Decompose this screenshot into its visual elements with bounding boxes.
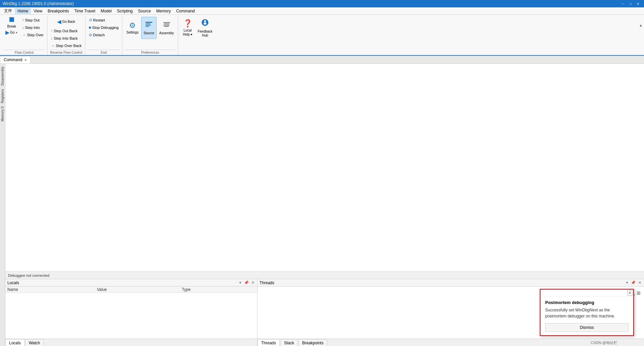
menu-memory[interactable]: Memory <box>154 8 173 14</box>
stop-label: Stop Debugging <box>92 26 119 30</box>
stack-tab[interactable]: Stack <box>280 339 298 346</box>
locals-panel-content: Name Value Type <box>5 287 257 339</box>
step-out-label: Step Out <box>25 18 39 22</box>
svg-rect-10 <box>204 23 206 25</box>
close-button[interactable]: ✕ <box>635 1 641 6</box>
restart-icon: ↺ <box>89 18 92 23</box>
svg-rect-5 <box>164 24 169 24</box>
threads-panel-close[interactable]: ✕ <box>638 280 642 285</box>
menu-home[interactable]: Home <box>15 8 31 14</box>
locals-panel: Locals ▾ 📌 ✕ Name Value <box>5 279 257 346</box>
help-buttons: ❓ LocalHelp ▾ FeedbackHub <box>180 16 214 55</box>
step-into-button[interactable]: ↓ Step Into <box>21 24 45 31</box>
postmortem-body: Postmortem debugging Successfully set Wi… <box>540 297 633 335</box>
go-button[interactable]: ▶ Go ▼ <box>3 28 20 38</box>
command-tab[interactable]: Command ✕ <box>0 56 31 63</box>
csdn-badge: CSDN @地址栏 <box>591 340 617 345</box>
detach-button[interactable]: ⊘ Detach <box>87 32 120 38</box>
locals-panel-dropdown[interactable]: ▾ <box>239 280 242 285</box>
step-into-label: Step Into <box>25 26 40 30</box>
svg-rect-0 <box>146 22 152 23</box>
step-out-icon: ↑ <box>22 18 24 23</box>
menu-timetravel[interactable]: Time Travel <box>72 8 98 14</box>
menu-command[interactable]: Command <box>173 8 197 14</box>
svg-rect-3 <box>146 26 149 27</box>
feedback-hub-button[interactable]: FeedbackHub <box>196 17 214 39</box>
go-icon: ▶ <box>5 29 9 36</box>
feedback-hub-icon <box>201 18 209 29</box>
locals-tab-bar: Locals Watch <box>5 339 257 346</box>
feedback-hub-label: FeedbackHub <box>198 30 212 38</box>
restart-button[interactable]: ↺ Restart <box>87 17 120 24</box>
step-over-back-button[interactable]: → Step Over Back <box>49 42 83 49</box>
threads-panel-pin[interactable]: 📌 <box>630 280 636 285</box>
postmortem-close-button[interactable]: ✕ <box>627 290 633 296</box>
left-sidebar: Disassembly Registers Memory 0 <box>0 64 5 346</box>
go-back-button[interactable]: ◀ Go Back <box>49 17 83 27</box>
preferences-group: ⚙ Settings Source <box>122 16 178 55</box>
locals-tab[interactable]: Locals <box>5 339 25 346</box>
menu-view[interactable]: View <box>31 8 45 14</box>
flow-control-label: Flow Control <box>3 50 45 55</box>
apps-icon: ⊞ <box>637 290 641 296</box>
status-message: Debuggee not connected <box>8 273 49 277</box>
ribbon: ⏹ Break ▶ Go ▼ ↑ Step Out <box>0 15 644 56</box>
settings-label: Settings <box>126 31 138 35</box>
ribbon-collapse-button[interactable]: ▲ <box>639 23 643 27</box>
menu-bar: 文件 Home View Breakpoints Time Travel Mod… <box>0 7 644 15</box>
end-label: End <box>87 50 120 55</box>
menu-model[interactable]: Model <box>98 8 114 14</box>
stop-icon: ■ <box>89 25 91 30</box>
minimize-button[interactable]: ─ <box>620 1 627 6</box>
step-into-back-icon: ↓ <box>51 36 53 41</box>
command-tab-close[interactable]: ✕ <box>24 58 27 62</box>
flow-control-buttons: ⏹ Break ▶ Go ▼ ↑ Step Out <box>3 16 45 50</box>
window-controls: ─ □ ✕ <box>620 1 641 6</box>
step-out-back-icon: ↑ <box>51 29 53 33</box>
breakpoints-tab[interactable]: Breakpoints <box>298 339 327 346</box>
menu-file[interactable]: 文件 <box>1 7 15 14</box>
menu-scripting[interactable]: Scripting <box>114 8 135 14</box>
svg-rect-6 <box>163 25 169 26</box>
assembly-button[interactable]: Assembly <box>157 17 176 39</box>
threads-panel-controls: ▾ 📌 ✕ <box>626 280 642 285</box>
sidebar-disassembly[interactable]: Disassembly <box>0 65 5 87</box>
step-column: ↑ Step Out ↓ Step Into → Step Over <box>21 17 45 38</box>
app-container: WinDbg 1.2206.19001.0 (Administrator) ─ … <box>0 0 644 346</box>
go-dropdown-arrow[interactable]: ▼ <box>15 31 18 34</box>
source-icon <box>145 21 153 31</box>
break-button[interactable]: ⏹ Break <box>3 17 20 27</box>
threads-tab-bar: Threads Stack Breakpoints <box>257 339 644 346</box>
locals-panel-close[interactable]: ✕ <box>251 280 255 285</box>
preferences-buttons: ⚙ Settings Source <box>124 16 176 50</box>
stop-debugging-button[interactable]: ■ Stop Debugging <box>87 24 120 31</box>
locals-panel-pin[interactable]: 📌 <box>243 280 249 285</box>
step-out-back-button[interactable]: ↑ Step Out Back <box>49 28 83 34</box>
menu-source[interactable]: Source <box>135 8 154 14</box>
threads-tab[interactable]: Threads <box>257 339 280 346</box>
detach-label: Detach <box>93 33 105 37</box>
watch-tab[interactable]: Watch <box>25 339 44 346</box>
sidebar-registers[interactable]: Registers <box>0 88 5 104</box>
svg-rect-4 <box>163 22 170 23</box>
end-buttons: ↺ Restart ■ Stop Debugging ⊘ Detach <box>87 16 120 50</box>
menu-breakpoints[interactable]: Breakpoints <box>45 8 72 14</box>
go-back-icon: ◀ <box>57 18 61 25</box>
local-help-icon: ❓ <box>183 19 192 28</box>
local-help-button[interactable]: ❓ LocalHelp ▾ <box>180 17 195 39</box>
step-out-button[interactable]: ↑ Step Out <box>21 17 45 24</box>
step-over-label: Step Over <box>27 33 44 37</box>
postmortem-dismiss-button[interactable]: Dismiss <box>545 323 629 332</box>
break-go-column: ⏹ Break ▶ Go ▼ <box>3 17 20 38</box>
source-button[interactable]: Source <box>141 17 157 39</box>
step-over-button[interactable]: → Step Over <box>21 32 45 38</box>
threads-panel-dropdown[interactable]: ▾ <box>626 280 629 285</box>
settings-icon: ⚙ <box>129 21 136 30</box>
step-into-back-button[interactable]: ↓ Step Into Back <box>49 35 83 42</box>
maximize-button[interactable]: □ <box>627 1 634 6</box>
settings-button[interactable]: ⚙ Settings <box>124 17 140 39</box>
command-output-pane <box>5 64 644 271</box>
preferences-label: Preferences <box>124 50 176 55</box>
threads-panel-title: Threads <box>259 280 274 285</box>
sidebar-memory[interactable]: Memory 0 <box>0 105 5 123</box>
